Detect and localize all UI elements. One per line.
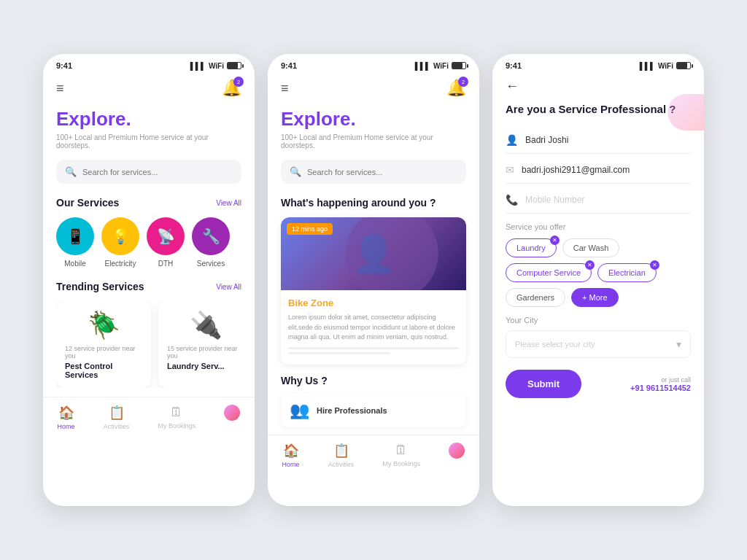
notif-badge: 2 [233, 77, 244, 87]
avatar-1 [224, 405, 240, 421]
service-electricity[interactable]: 💡 Electricity [101, 217, 139, 268]
nav-activities-label: Activities [104, 423, 130, 430]
computer-close[interactable]: ✕ [585, 260, 595, 270]
wifi-icon-2: WiFi [433, 62, 449, 70]
subtitle-2: 100+ Local and Premium Home service at y… [281, 133, 466, 149]
nav-bookings-label: My Bookings [158, 422, 196, 429]
nav-avatar-1[interactable] [224, 405, 240, 430]
electrician-tag-text: Electrician [608, 268, 646, 277]
what-happening-title: What's happening around you ? [281, 197, 466, 209]
email-field: ✉ badri.joshi2911@gmail.com [506, 157, 691, 184]
page-title: Explore. [56, 108, 241, 131]
status-bar-2: 9:41 ▌▌▌ WiFi [268, 54, 479, 73]
mobile-placeholder: Mobile Number [525, 195, 584, 205]
notification-bell-2[interactable]: 🔔 2 [446, 79, 466, 98]
nav-activities-label-2: Activities [328, 461, 355, 468]
or-call-label: or just call [630, 376, 691, 384]
carwash-tag-text: Car Wash [573, 244, 609, 252]
battery-icon-2 [452, 62, 466, 69]
services-grid: 📱 Mobile 💡 Electricity 📡 DTH 🔧 Services [56, 217, 241, 268]
time-3: 9:41 [506, 61, 522, 70]
subtitle: 100+ Local and Premium Home service at y… [56, 133, 241, 149]
tag-carwash[interactable]: Car Wash [562, 238, 620, 257]
tag-more[interactable]: + More [571, 288, 619, 307]
service-tags-row1: Laundry ✕ Car Wash [506, 238, 691, 257]
activities-icon-2: 📋 [333, 443, 349, 459]
trend-card-pest[interactable]: 🪲 12 service provider near you Pest Cont… [56, 301, 151, 388]
laundry-tag-text: Laundry [516, 244, 546, 252]
nav-activities-1[interactable]: 📋 Activities [104, 405, 130, 430]
menu-icon[interactable]: ≡ [56, 82, 64, 95]
dth-label: DTH [158, 260, 174, 268]
nav-home-1[interactable]: 🏠 Home [58, 405, 75, 430]
electrician-close[interactable]: ✕ [650, 260, 659, 270]
time-badge: 12 mins ago [287, 223, 333, 235]
city-label: Your City [506, 316, 691, 324]
mobile-label: Mobile [64, 260, 85, 268]
trending-view-all[interactable]: View All [216, 283, 241, 291]
gardeners-tag-text: Gardeners [516, 293, 554, 302]
news-body: Bike Zone Lorem ipsum dolor sit amet, co… [281, 290, 466, 365]
service-dth[interactable]: 📡 DTH [147, 217, 185, 268]
battery-icon [227, 62, 241, 69]
decorative-blob [667, 94, 704, 131]
person-icon: 👤 [506, 134, 518, 146]
laundry-close[interactable]: ✕ [550, 236, 560, 245]
trending-title: Trending Services [56, 281, 144, 292]
mobile-field[interactable]: 📞 Mobile Number [506, 187, 691, 214]
why-us-section: Why Us ? 👥 Hire Professionals [281, 375, 466, 427]
notification-bell[interactable]: 🔔 2 [222, 79, 241, 98]
services-label: Services [197, 260, 225, 268]
hire-card[interactable]: 👥 Hire Professionals [281, 394, 466, 427]
pest-count: 12 service provider near you [65, 345, 142, 359]
city-select[interactable]: Please select your city ▾ [506, 330, 691, 358]
nav-bookings-2[interactable]: 🗓 My Bookings [383, 443, 421, 468]
name-field: 👤 Badri Joshi [506, 127, 691, 154]
submit-row: Submit or just call +91 9611514452 [506, 370, 691, 398]
bottom-nav-1: 🏠 Home 📋 Activities 🗓 My Bookings [43, 397, 255, 440]
news-divider-2 [288, 352, 390, 354]
services-icon-circle: 🔧 [192, 217, 230, 255]
search-bar-2[interactable]: 🔍 [281, 160, 466, 184]
menu-icon-2[interactable]: ≡ [281, 82, 289, 95]
bottom-nav-2: 🏠 Home 📋 Activities 🗓 My Bookings [268, 435, 479, 478]
signal-icon: ▌▌▌ [190, 62, 206, 70]
tag-electrician[interactable]: Electrician ✕ [597, 263, 657, 282]
home-icon: 🏠 [58, 405, 74, 421]
nav-activities-2[interactable]: 📋 Activities [328, 443, 355, 468]
hire-icon: 👥 [290, 401, 309, 420]
tag-laundry[interactable]: Laundry ✕ [506, 238, 557, 257]
home-icon-2: 🏠 [283, 443, 299, 459]
submit-button[interactable]: Submit [506, 370, 581, 398]
search-icon: 🔍 [65, 166, 77, 177]
chevron-down-icon: ▾ [676, 338, 681, 350]
tag-computer[interactable]: Computer Service ✕ [506, 263, 592, 282]
service-services[interactable]: 🔧 Services [192, 217, 230, 268]
call-info: or just call +91 9611514452 [630, 376, 691, 392]
electricity-label: Electricity [105, 260, 136, 268]
page-title-3: Are you a Service Professional ? [506, 103, 691, 115]
services-view-all[interactable]: View All [216, 199, 241, 207]
time-1: 9:41 [56, 61, 72, 70]
screen2: 9:41 ▌▌▌ WiFi ≡ 🔔 2 Explore. 100+ Local … [268, 54, 479, 506]
nav-home-2[interactable]: 🏠 Home [282, 443, 300, 468]
wifi-icon-3: WiFi [658, 62, 673, 70]
trend-card-laundry[interactable]: 🔌 15 service provider near you Laundry S… [158, 301, 241, 388]
services-title: Our Services [56, 197, 119, 209]
name-value: Badri Joshi [525, 135, 568, 145]
search-input-2[interactable] [307, 168, 457, 176]
trending-cards: 🪲 12 service provider near you Pest Cont… [56, 301, 241, 388]
phone-number[interactable]: +91 9611514452 [630, 384, 691, 392]
nav-bookings-1[interactable]: 🗓 My Bookings [158, 405, 196, 430]
status-bar-1: 9:41 ▌▌▌ WiFi [43, 54, 255, 73]
tag-gardeners[interactable]: Gardeners [506, 288, 565, 307]
service-mobile[interactable]: 📱 Mobile [56, 217, 94, 268]
hire-label: Hire Professionals [317, 406, 387, 415]
back-button[interactable]: ← [506, 79, 691, 94]
search-bar[interactable]: 🔍 [56, 160, 241, 184]
nav-bookings-label-2: My Bookings [383, 460, 421, 467]
news-card[interactable]: 12 mins ago 👤 Bike Zone Lorem ipsum dolo… [281, 217, 466, 365]
search-input[interactable] [82, 168, 233, 176]
service-offer-label: Service you offer [506, 222, 691, 231]
nav-avatar-2[interactable] [449, 443, 465, 468]
